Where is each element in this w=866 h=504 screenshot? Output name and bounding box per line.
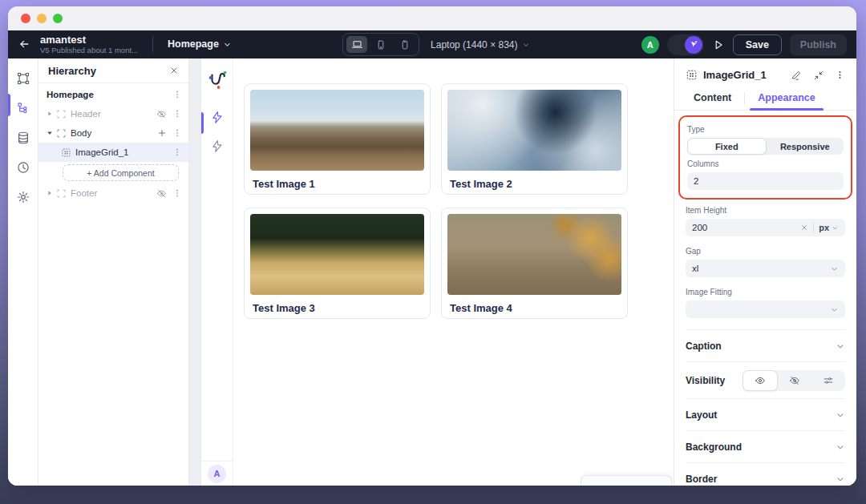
pencil-icon[interactable]	[791, 69, 803, 81]
caret-right-icon[interactable]	[47, 111, 53, 117]
container-icon	[56, 188, 67, 199]
inspector-panel: ImageGrid_1 Content Appearance Type Fixe…	[674, 58, 856, 486]
plus-icon[interactable]	[157, 128, 167, 138]
visibility-visible-button[interactable]	[743, 370, 778, 391]
tree-row-footer[interactable]: Footer	[38, 183, 188, 203]
hierarchy-tree-icon[interactable]	[16, 101, 30, 115]
phone-icon	[399, 39, 411, 50]
kebab-menu-icon[interactable]	[835, 70, 845, 80]
active-rail-indicator	[8, 94, 10, 116]
type-segmented-control: Fixed Responsive	[687, 138, 844, 155]
active-strip-indicator	[201, 112, 204, 134]
card-caption: Test Image 4	[450, 302, 621, 314]
type-label: Type	[687, 125, 844, 134]
laptop-icon	[351, 38, 363, 50]
save-button[interactable]: Save	[733, 34, 782, 55]
visibility-conditional-button[interactable]	[811, 370, 845, 391]
eye-off-icon[interactable]	[156, 109, 167, 119]
avatar[interactable]: A	[208, 465, 226, 483]
main-content: Hierarchy Homepage Header	[8, 58, 856, 486]
page-selector-dropdown[interactable]: Homepage	[168, 38, 232, 50]
ai-cursor-icon	[685, 36, 702, 54]
image-grid-icon	[61, 147, 71, 158]
tree-row-body[interactable]: Body	[38, 123, 188, 143]
history-clock-icon[interactable]	[16, 160, 30, 175]
item-height-input[interactable]: 200 px	[686, 219, 845, 236]
divider	[744, 92, 745, 104]
card-image	[250, 90, 424, 171]
window-titlebar	[8, 6, 856, 30]
play-icon[interactable]	[712, 38, 725, 51]
divider	[813, 223, 814, 233]
device-phone-button[interactable]	[395, 36, 415, 53]
lightning-icon[interactable]	[210, 111, 224, 124]
edited-page: A Test Image 1 Test Image 2 Test Image 3	[200, 58, 674, 486]
minimize-window-button[interactable]	[37, 14, 47, 23]
strip-bottom-box: A	[201, 461, 233, 486]
database-icon[interactable]	[16, 131, 30, 145]
card-caption: Test Image 1	[253, 178, 424, 190]
image-card[interactable]: Test Image 1	[244, 83, 431, 195]
chevron-down-icon	[836, 341, 845, 351]
kebab-menu-icon[interactable]	[172, 147, 182, 157]
tree-row-imagegrid[interactable]: ImageGrid_1	[38, 143, 188, 162]
section-background[interactable]: Background	[686, 430, 845, 462]
zoom-window-button[interactable]	[53, 14, 63, 23]
kebab-menu-icon[interactable]	[172, 128, 182, 138]
section-border[interactable]: Border	[686, 462, 845, 486]
hierarchy-panel: Hierarchy Homepage Header	[38, 58, 189, 486]
user-avatar[interactable]: A	[641, 36, 659, 54]
tree-row-header[interactable]: Header	[38, 104, 188, 123]
columns-input[interactable]: 2	[687, 172, 844, 190]
section-visibility: Visibility	[686, 361, 845, 398]
kebab-menu-icon[interactable]	[172, 109, 182, 119]
tab-content[interactable]: Content	[686, 86, 739, 110]
unit-dropdown[interactable]: px	[819, 223, 839, 232]
close-icon[interactable]	[169, 66, 179, 75]
close-window-button[interactable]	[21, 14, 30, 23]
kebab-menu-icon[interactable]	[172, 188, 182, 198]
caret-right-icon[interactable]	[47, 190, 53, 196]
visibility-hidden-button[interactable]	[778, 370, 811, 391]
device-size-dropdown[interactable]: Laptop (1440 × 834)	[431, 39, 530, 50]
image-fitting-select[interactable]	[686, 300, 845, 318]
clear-x-icon[interactable]	[800, 224, 808, 232]
canvas-left-strip: A	[201, 58, 233, 486]
image-card[interactable]: Test Image 4	[441, 208, 628, 319]
image-card[interactable]: Test Image 2	[441, 83, 628, 195]
bottom-popover-partial[interactable]	[581, 475, 672, 486]
lightning-icon[interactable]	[210, 139, 224, 153]
publish-button[interactable]: Publish	[790, 34, 847, 55]
section-caption[interactable]: Caption	[686, 329, 845, 361]
hierarchy-panel-title: Hierarchy	[48, 65, 96, 77]
inspector-tabs: Content Appearance	[674, 86, 856, 111]
card-caption: Test Image 3	[253, 302, 424, 314]
type-option-responsive[interactable]: Responsive	[767, 138, 844, 155]
gap-select[interactable]: xl	[686, 260, 845, 277]
device-tablet-button[interactable]	[370, 36, 391, 53]
image-fitting-label: Image Fitting	[686, 288, 845, 296]
gear-icon[interactable]	[16, 190, 30, 204]
collapse-icon[interactable]	[813, 70, 824, 81]
chevron-down-icon	[836, 410, 845, 420]
sliders-icon	[823, 375, 834, 386]
type-option-fixed[interactable]: Fixed	[687, 138, 767, 155]
left-icon-rail	[8, 58, 38, 486]
tab-appearance[interactable]: Appearance	[750, 86, 824, 110]
kebab-menu-icon[interactable]	[172, 90, 182, 99]
image-card[interactable]: Test Image 3	[244, 208, 431, 319]
eye-off-icon[interactable]	[156, 188, 167, 199]
device-toggle-group	[342, 33, 419, 56]
device-laptop-button[interactable]	[346, 36, 367, 53]
frame-icon[interactable]	[16, 71, 30, 86]
back-arrow-icon[interactable]	[18, 38, 30, 50]
app-window: amantest V5 Published about 1 mont... Ho…	[8, 6, 856, 486]
section-layout[interactable]: Layout	[686, 398, 845, 430]
tree-row-homepage[interactable]: Homepage	[38, 85, 188, 104]
add-component-button[interactable]: + Add Component	[63, 164, 179, 181]
container-icon	[56, 109, 67, 119]
assistant-pill[interactable]	[667, 34, 704, 55]
version-status: V5 Published about 1 mont...	[40, 46, 138, 54]
item-height-label: Item Height	[686, 206, 845, 215]
caret-down-icon[interactable]	[47, 130, 53, 136]
